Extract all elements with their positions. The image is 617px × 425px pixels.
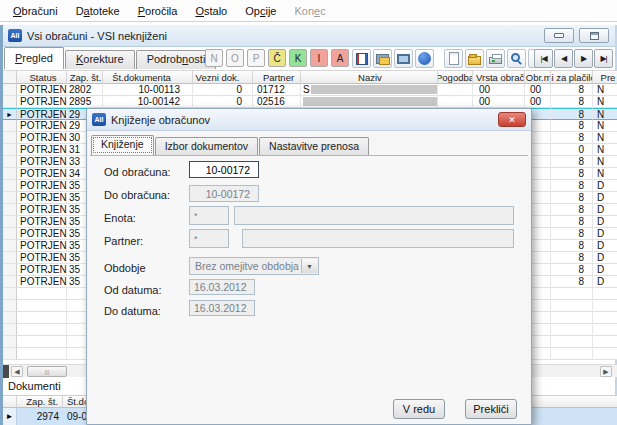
cell-dni: 0 xyxy=(551,144,593,156)
nav-next-icon: ▶ xyxy=(581,54,586,63)
restore-button[interactable] xyxy=(579,28,609,43)
cell-dni: 8 xyxy=(551,228,593,240)
toolbar-icon-group-2: ✕ xyxy=(444,49,547,68)
cell-vrsta: 00 xyxy=(473,84,525,96)
cell-pre: D xyxy=(593,216,617,228)
column-header-vezni[interactable]: Vezni dok. xyxy=(193,70,253,84)
letter-button-p[interactable]: P xyxy=(247,49,265,67)
cell-dni: 8 xyxy=(551,216,593,228)
nav-next-button[interactable]: ▶ xyxy=(574,49,593,68)
cell-status: POTRJEN xyxy=(17,228,67,240)
row-marker-icon: ► xyxy=(3,408,17,425)
cell-obrm: 00 xyxy=(525,84,551,96)
table-row[interactable]: POTRJEN280210-00113001712S00008N xyxy=(3,84,617,96)
cell-pogodba xyxy=(438,96,473,108)
row-marker xyxy=(3,300,17,312)
od-obracuna-input[interactable]: 10-00172 xyxy=(189,161,259,178)
column-header-naziv[interactable]: Naziv xyxy=(301,70,438,84)
cancel-button[interactable]: Prekliči xyxy=(465,399,517,419)
monitor-button[interactable] xyxy=(394,49,413,68)
scroll-left-icon[interactable]: ◀ xyxy=(11,366,23,377)
row-marker xyxy=(3,228,17,240)
search-icon xyxy=(511,53,520,62)
column-header-vrsta[interactable]: Vrsta obrač. xyxy=(473,70,525,84)
cell-dni: 8 xyxy=(551,120,593,132)
table-row[interactable]: POTRJEN289510-0014200251600008N xyxy=(3,96,617,108)
scrollbar-thumb[interactable] xyxy=(27,366,67,377)
help-button[interactable] xyxy=(415,49,434,68)
column-header-dni[interactable]: Dni za plačilo xyxy=(551,70,593,84)
tab-izbor-dokumentov[interactable]: Izbor dokumentov xyxy=(155,137,258,155)
menu-item-ostalo[interactable]: Ostalo xyxy=(186,2,236,20)
cell-zap: 2802 xyxy=(67,84,103,96)
letter-button-n[interactable]: N xyxy=(205,49,223,67)
nav-first-button[interactable]: |◀ xyxy=(534,49,553,68)
tab-pregled[interactable]: Pregled xyxy=(4,47,64,69)
cell-dni xyxy=(551,336,593,348)
cell-pre: D xyxy=(593,252,617,264)
od-datuma-input: 16.03.2012 xyxy=(189,279,255,295)
report-button[interactable] xyxy=(352,49,371,68)
obdobje-label: Obdobje xyxy=(104,262,146,274)
nav-first-icon: |◀ xyxy=(540,54,546,63)
cell-status: POTRJEN xyxy=(17,252,67,264)
enota-code-value: * xyxy=(190,211,198,221)
menu-item-konec[interactable]: Konec xyxy=(285,2,334,20)
window-titlebar[interactable]: AII Vsi obračuni - VSI neknjiženi xyxy=(3,25,615,47)
tab-nastavitve-prenosa[interactable]: Nastavitve prenosa xyxy=(259,137,369,155)
restore-icon xyxy=(590,32,599,40)
cell-dni: 8 xyxy=(551,84,593,96)
redacted-text xyxy=(303,97,437,106)
cell-status: POTRJEN xyxy=(17,240,67,252)
close-button[interactable]: ✕ xyxy=(498,112,526,127)
menu-item-poročila[interactable]: Poročila xyxy=(129,2,187,20)
knjizenje-dialog: AII Knjiženje obračunov ✕ Knjiženje Izbo… xyxy=(86,108,532,425)
cell-dni: 8 xyxy=(551,276,593,288)
grid-header: StatusZap. št.Št.dokumentaVezni dok.Part… xyxy=(3,70,617,84)
column-header-pre[interactable]: Pre xyxy=(593,70,617,84)
nav-last-button[interactable]: ▶| xyxy=(594,49,613,68)
search-button[interactable] xyxy=(507,49,526,68)
open-folder-button[interactable] xyxy=(465,49,484,68)
menu-item-datoteke[interactable]: Datoteke xyxy=(67,2,129,20)
column-header-marker[interactable] xyxy=(3,70,17,84)
column-header-partner[interactable]: Partner xyxy=(253,70,301,84)
cell-pre xyxy=(593,300,617,312)
cell-status: POTRJEN xyxy=(17,120,67,132)
letter-button-o[interactable]: O xyxy=(226,49,244,67)
partner-name-input xyxy=(242,229,514,248)
cell-status xyxy=(17,300,67,312)
dialog-titlebar[interactable]: AII Knjiženje obračunov ✕ xyxy=(87,109,531,131)
send-mail-button[interactable] xyxy=(373,49,392,68)
ok-button[interactable]: V redu xyxy=(393,399,445,419)
column-header-dok[interactable]: Št.dokumenta xyxy=(103,70,193,84)
cell-pre xyxy=(593,348,617,360)
cell-pogodba xyxy=(438,84,473,96)
cell-obrm: 00 xyxy=(525,96,551,108)
column-header-status[interactable]: Status xyxy=(17,70,67,84)
minimize-button[interactable] xyxy=(544,28,574,43)
send-mail-icon xyxy=(376,54,389,64)
cell-status: POTRJEN xyxy=(17,168,67,180)
tab-knjizenje[interactable]: Knjiženje xyxy=(91,135,154,155)
column-header-obrm[interactable]: Obr.m. xyxy=(525,70,551,84)
letter-button-i[interactable]: I xyxy=(310,49,328,67)
letter-button-a[interactable]: A xyxy=(331,49,349,67)
new-document-button[interactable] xyxy=(444,49,463,68)
scroll-right-icon[interactable]: ▶ xyxy=(600,366,612,377)
menu-item-opcije[interactable]: Opcije xyxy=(236,2,285,20)
letter-button-č[interactable]: Č xyxy=(268,49,286,67)
menu-item-obračuni[interactable]: Obračuni xyxy=(4,2,67,20)
cell-vezni: 0 xyxy=(193,96,253,108)
cell-dni: 8 xyxy=(551,264,593,276)
help-icon xyxy=(418,52,431,65)
column-header-zap[interactable]: Zap. št. xyxy=(67,70,103,84)
nav-prev-button[interactable]: ◀ xyxy=(554,49,573,68)
row-marker xyxy=(3,204,17,216)
column-header-pogodba[interactable]: Pogodba xyxy=(438,70,473,84)
print-button[interactable] xyxy=(486,49,505,68)
tab-korekture[interactable]: Korekture xyxy=(65,50,135,69)
letter-button-k[interactable]: K xyxy=(289,49,307,67)
cell-dni: 8 xyxy=(551,156,593,168)
cell-dni: 8 xyxy=(551,108,593,120)
